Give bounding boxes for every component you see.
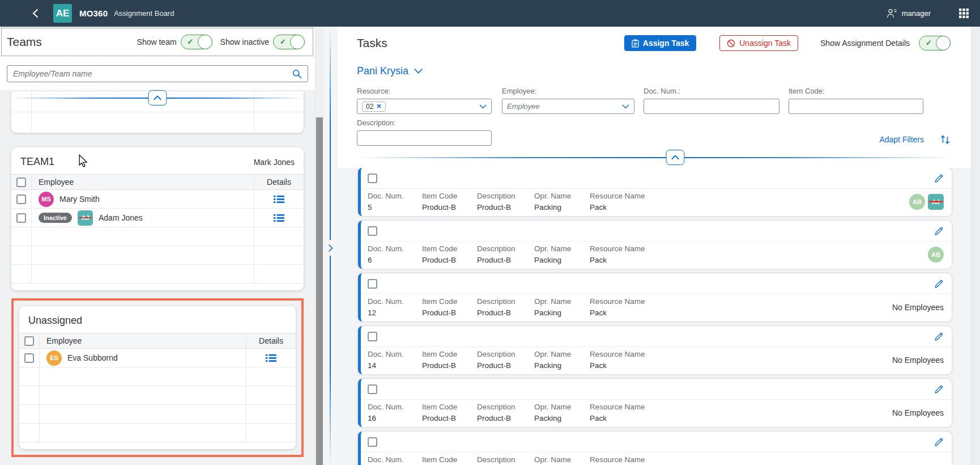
task-checkbox[interactable] bbox=[368, 279, 377, 289]
edit-pencil-icon[interactable] bbox=[934, 279, 944, 289]
no-employees-label: No Employees bbox=[892, 356, 944, 365]
search-icon[interactable] bbox=[292, 69, 302, 79]
panel-splitter[interactable] bbox=[323, 27, 338, 465]
task-checkbox[interactable] bbox=[368, 174, 377, 183]
task-field-label: Opr. Name bbox=[534, 244, 590, 254]
toggle-knob bbox=[198, 35, 212, 49]
toggle-knob bbox=[290, 35, 305, 49]
user-name[interactable]: manager bbox=[902, 9, 931, 18]
employee-filter-input[interactable] bbox=[507, 102, 622, 111]
chevron-down-icon[interactable] bbox=[622, 104, 629, 109]
scrollbar-thumb[interactable] bbox=[316, 117, 323, 465]
details-icon[interactable] bbox=[266, 354, 276, 362]
tasks-panel: Tasks Assign Task Unassign Task Show Ass… bbox=[338, 27, 971, 465]
doc-num-filter-input[interactable] bbox=[649, 102, 774, 111]
details-column-header: Details bbox=[246, 333, 296, 348]
task-field-value: Packing bbox=[534, 361, 590, 371]
task-field-value: 16 bbox=[368, 413, 422, 424]
task-filter-bar: Resource: 02 ✕ Employee: Doc. Num.: bbox=[357, 82, 951, 149]
description-filter-input[interactable] bbox=[362, 134, 487, 142]
show-inactive-toggle[interactable]: ✓ bbox=[273, 35, 305, 49]
adapt-filters-link[interactable]: Adapt Filters bbox=[879, 135, 924, 144]
task-checkbox[interactable] bbox=[368, 332, 377, 341]
row-checkbox[interactable] bbox=[16, 213, 26, 223]
task-field-label: Description bbox=[477, 191, 534, 201]
description-filter-field[interactable] bbox=[357, 130, 492, 146]
task-field-label: Doc. Num. bbox=[368, 402, 422, 412]
resource-filter-combo[interactable]: 02 ✕ bbox=[357, 99, 492, 114]
team-lead-name: Mark Jones bbox=[254, 158, 295, 167]
task-field-value: Product-B bbox=[477, 202, 534, 213]
empty-row bbox=[19, 367, 296, 386]
item-code-filter-input[interactable] bbox=[794, 102, 918, 111]
teams-scrollbar[interactable] bbox=[315, 27, 323, 465]
collapse-up-button[interactable] bbox=[148, 90, 167, 105]
team-card-team1: TEAM1Mark JonesEmployeeDetailsMSMary Smi… bbox=[11, 147, 304, 290]
item-code-filter-field[interactable] bbox=[789, 99, 923, 114]
row-checkbox[interactable] bbox=[24, 353, 34, 363]
employee-row[interactable]: MSMary Smith bbox=[11, 190, 304, 209]
collapse-up-button[interactable] bbox=[666, 150, 685, 165]
task-field-label: Description bbox=[477, 402, 534, 412]
teams-panel: Teams Show team ✓ Show inactive ✓ bbox=[0, 27, 315, 465]
task-card-12[interactable]: Doc. Num.12Item CodeProduct-BDescription… bbox=[358, 273, 952, 322]
task-checkbox[interactable] bbox=[368, 437, 377, 447]
task-field-label: Doc. Num. bbox=[368, 244, 422, 254]
doc-num-filter-field[interactable] bbox=[644, 99, 779, 114]
avatar-ms: MS bbox=[39, 192, 54, 207]
token-remove-icon[interactable]: ✕ bbox=[376, 103, 381, 110]
details-icon[interactable] bbox=[274, 195, 284, 204]
back-button[interactable] bbox=[29, 8, 41, 19]
employee-filter-label: Employee: bbox=[502, 87, 634, 97]
task-field-label: Resource Name bbox=[590, 244, 675, 254]
task-field-label: Resource Name bbox=[590, 191, 675, 201]
avatar-ab: AB bbox=[928, 247, 944, 263]
empty-row bbox=[19, 386, 296, 405]
task-card-partial[interactable]: Doc. Num.Item CodeDescriptionOpr. NameRe… bbox=[358, 432, 952, 465]
edit-pencil-icon[interactable] bbox=[934, 384, 944, 394]
task-field-label: Opr. Name bbox=[534, 191, 590, 201]
task-card-6[interactable]: Doc. Num.6Item CodeProduct-BDescriptionP… bbox=[358, 221, 952, 269]
avatar-aj: AJ bbox=[78, 210, 93, 226]
employee-row[interactable]: ESEva Subbornd bbox=[19, 349, 296, 367]
task-card-5[interactable]: Doc. Num.5Item CodeProduct-BDescriptionP… bbox=[358, 168, 952, 216]
unassign-task-button[interactable]: Unassign Task bbox=[719, 35, 798, 51]
employee-filter-combo[interactable] bbox=[502, 99, 634, 114]
task-checkbox[interactable] bbox=[368, 384, 377, 394]
select-all-checkbox[interactable] bbox=[16, 177, 26, 187]
select-all-checkbox[interactable] bbox=[24, 336, 34, 346]
employee-column-header: Employee bbox=[32, 175, 254, 189]
task-card-16[interactable]: Doc. Num.16Item CodeProduct-BDescription… bbox=[358, 379, 952, 427]
edit-pencil-icon[interactable] bbox=[934, 437, 944, 447]
edit-pencil-icon[interactable] bbox=[934, 174, 944, 183]
app-title: Assignment Board bbox=[114, 9, 174, 18]
task-field-value: Packing bbox=[534, 255, 590, 265]
task-field-value: Product-B bbox=[477, 308, 534, 318]
table-header: EmployeeDetails bbox=[19, 333, 296, 349]
details-icon[interactable] bbox=[274, 214, 284, 222]
assign-task-button[interactable]: Assign Task bbox=[624, 35, 696, 51]
edit-pencil-icon[interactable] bbox=[934, 332, 944, 341]
show-team-toggle[interactable]: ✓ bbox=[181, 35, 212, 49]
empty-row bbox=[19, 424, 296, 442]
chevron-down-icon[interactable] bbox=[479, 104, 487, 109]
team-search-input[interactable] bbox=[13, 69, 292, 78]
task-field-label: Resource Name bbox=[590, 455, 675, 465]
empty-row bbox=[11, 112, 304, 133]
task-checkbox[interactable] bbox=[368, 226, 377, 236]
expand-panel-button[interactable] bbox=[325, 240, 336, 256]
team-search-row bbox=[0, 56, 315, 90]
tasks-scrollbar[interactable] bbox=[971, 27, 980, 465]
app-grid-icon[interactable] bbox=[959, 9, 969, 18]
task-group-selector[interactable]: Pani Krysia bbox=[357, 65, 423, 77]
employee-row[interactable]: InactiveAJAdam Jones bbox=[11, 209, 304, 227]
task-card-14[interactable]: Doc. Num.14Item CodeProduct-BDescription… bbox=[358, 326, 952, 374]
edit-pencil-icon[interactable] bbox=[934, 226, 944, 236]
sort-icon[interactable] bbox=[940, 134, 951, 144]
user-icon[interactable] bbox=[887, 9, 897, 18]
row-checkbox[interactable] bbox=[16, 195, 26, 204]
task-field-value: Product-B bbox=[422, 308, 477, 318]
show-assignment-details-toggle[interactable]: ✓ bbox=[919, 36, 951, 50]
task-field-label: Doc. Num. bbox=[368, 455, 422, 465]
resource-filter-label: Resource: bbox=[357, 87, 492, 97]
